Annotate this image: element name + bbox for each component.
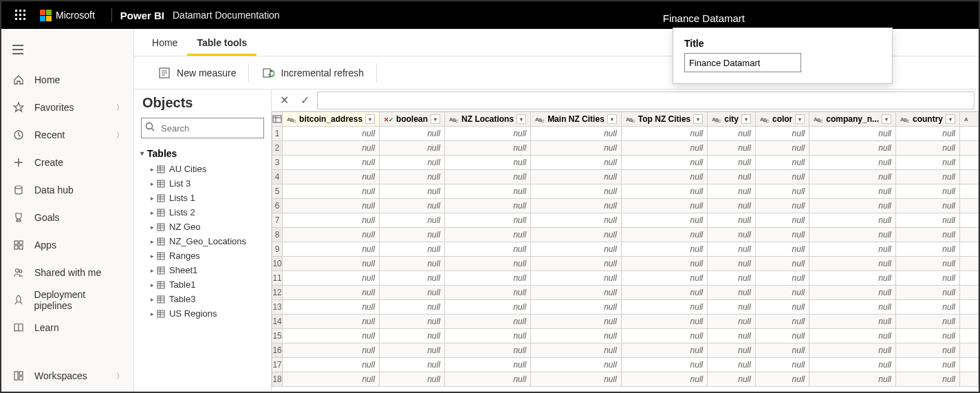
row-number[interactable]: 7 bbox=[272, 213, 283, 228]
cell[interactable]: null bbox=[755, 358, 809, 372]
nav-item-workspaces[interactable]: Workspaces〉 bbox=[1, 362, 133, 390]
cell[interactable]: null bbox=[708, 343, 756, 358]
tables-group-header[interactable]: ▸ Tables bbox=[134, 145, 271, 162]
cell[interactable]: null bbox=[621, 315, 707, 329]
table-row[interactable]: 5nullnullnullnullnullnullnullnullnull bbox=[272, 184, 979, 199]
cell[interactable]: null bbox=[380, 141, 445, 156]
cell[interactable]: null bbox=[445, 329, 531, 343]
cell[interactable]: null bbox=[621, 271, 707, 286]
cell[interactable]: null bbox=[621, 343, 707, 358]
cell[interactable]: null bbox=[809, 300, 896, 315]
cell[interactable]: null bbox=[895, 358, 959, 372]
row-number[interactable]: 11 bbox=[272, 271, 283, 286]
product-name[interactable]: Power BI bbox=[120, 10, 164, 21]
cell[interactable]: null bbox=[283, 315, 380, 329]
cell[interactable]: null bbox=[708, 358, 756, 372]
cell[interactable]: null bbox=[531, 170, 622, 184]
cell[interactable]: null bbox=[621, 213, 707, 228]
cell[interactable]: null bbox=[708, 184, 756, 199]
grid-corner[interactable] bbox=[272, 112, 283, 127]
nav-toggle-button[interactable] bbox=[1, 36, 133, 63]
cell[interactable]: null bbox=[895, 257, 959, 271]
cell[interactable]: null bbox=[531, 329, 622, 343]
cell[interactable]: null bbox=[708, 372, 756, 387]
cell[interactable]: null bbox=[283, 271, 380, 286]
nav-item-recent[interactable]: Recent〉 bbox=[1, 121, 133, 149]
cell[interactable]: null bbox=[380, 271, 445, 286]
cell[interactable]: null bbox=[755, 184, 809, 199]
cell[interactable]: null bbox=[755, 141, 809, 156]
cell[interactable]: null bbox=[283, 242, 380, 257]
cell[interactable]: null bbox=[621, 372, 707, 387]
column-filter-button[interactable]: ▾ bbox=[693, 114, 703, 124]
table-item[interactable]: ▸List 3 bbox=[134, 176, 271, 191]
cell[interactable]: null bbox=[755, 271, 809, 286]
table-row[interactable]: 9nullnullnullnullnullnullnullnullnull bbox=[272, 242, 979, 257]
search-input[interactable] bbox=[141, 118, 264, 138]
cell[interactable]: null bbox=[809, 213, 896, 228]
cell[interactable]: null bbox=[445, 213, 531, 228]
row-number[interactable]: 16 bbox=[272, 343, 283, 358]
cell[interactable]: null bbox=[755, 343, 809, 358]
column-header[interactable]: ABCcompany_n...▾ bbox=[809, 112, 896, 127]
cell[interactable]: null bbox=[531, 257, 622, 271]
table-row[interactable]: 7nullnullnullnullnullnullnullnullnull bbox=[272, 213, 979, 228]
cell[interactable]: null bbox=[283, 199, 380, 213]
cell[interactable]: null bbox=[621, 156, 707, 170]
cell[interactable]: null bbox=[755, 257, 809, 271]
cell[interactable]: null bbox=[621, 228, 707, 242]
cell[interactable]: null bbox=[380, 213, 445, 228]
cell[interactable]: null bbox=[755, 300, 809, 315]
row-number[interactable]: 6 bbox=[272, 199, 283, 213]
cell[interactable]: null bbox=[708, 329, 756, 343]
column-header[interactable]: ABCcity▾ bbox=[708, 112, 756, 127]
cell[interactable]: null bbox=[283, 358, 380, 372]
row-number[interactable]: 17 bbox=[272, 358, 283, 372]
cell[interactable]: null bbox=[531, 300, 622, 315]
tab-table-tools[interactable]: Table tools bbox=[187, 30, 257, 56]
column-filter-button[interactable]: ▾ bbox=[741, 114, 751, 124]
cell[interactable]: null bbox=[809, 315, 896, 329]
cell[interactable]: null bbox=[621, 170, 707, 184]
cell[interactable]: null bbox=[445, 199, 531, 213]
cancel-formula-button[interactable]: ✕ bbox=[276, 92, 292, 109]
cell[interactable]: null bbox=[531, 228, 622, 242]
cell[interactable]: null bbox=[445, 343, 531, 358]
cell[interactable]: null bbox=[283, 343, 380, 358]
nav-item-goals[interactable]: Goals bbox=[1, 204, 133, 231]
incremental-refresh-button[interactable]: Incremental refresh bbox=[252, 62, 373, 84]
cell[interactable]: null bbox=[380, 170, 445, 184]
row-number[interactable]: 4 bbox=[272, 170, 283, 184]
column-filter-button[interactable]: ▾ bbox=[795, 114, 805, 124]
cell[interactable]: null bbox=[621, 184, 707, 199]
column-filter-button[interactable]: ▾ bbox=[431, 114, 440, 124]
cell[interactable]: null bbox=[809, 257, 896, 271]
cell[interactable]: null bbox=[380, 343, 445, 358]
cell[interactable]: null bbox=[531, 343, 622, 358]
cell[interactable]: null bbox=[531, 141, 622, 156]
cell[interactable]: null bbox=[895, 127, 959, 141]
row-number[interactable]: 9 bbox=[272, 242, 283, 257]
tab-home[interactable]: Home bbox=[142, 30, 187, 56]
cell[interactable]: null bbox=[445, 257, 531, 271]
column-header[interactable]: ABCcountry▾ bbox=[895, 112, 959, 127]
column-filter-button[interactable]: ▾ bbox=[882, 114, 891, 124]
cell[interactable]: null bbox=[755, 170, 809, 184]
cell[interactable]: null bbox=[895, 372, 959, 387]
cell[interactable]: null bbox=[708, 199, 756, 213]
cell[interactable]: null bbox=[708, 213, 756, 228]
cell[interactable]: null bbox=[445, 228, 531, 242]
cell[interactable]: null bbox=[380, 184, 445, 199]
breadcrumb[interactable]: Datamart Documentation bbox=[173, 10, 280, 21]
new-measure-button[interactable]: New measure bbox=[148, 62, 246, 84]
table-row[interactable]: 17nullnullnullnullnullnullnullnullnull bbox=[272, 358, 979, 372]
cell[interactable]: null bbox=[755, 372, 809, 387]
cell[interactable]: null bbox=[895, 141, 959, 156]
cell[interactable]: null bbox=[531, 184, 622, 199]
cell[interactable]: null bbox=[445, 127, 531, 141]
cell[interactable]: null bbox=[445, 372, 531, 387]
cell[interactable]: null bbox=[755, 329, 809, 343]
cell[interactable]: null bbox=[809, 358, 896, 372]
row-number[interactable]: 10 bbox=[272, 257, 283, 271]
cell[interactable]: null bbox=[755, 156, 809, 170]
